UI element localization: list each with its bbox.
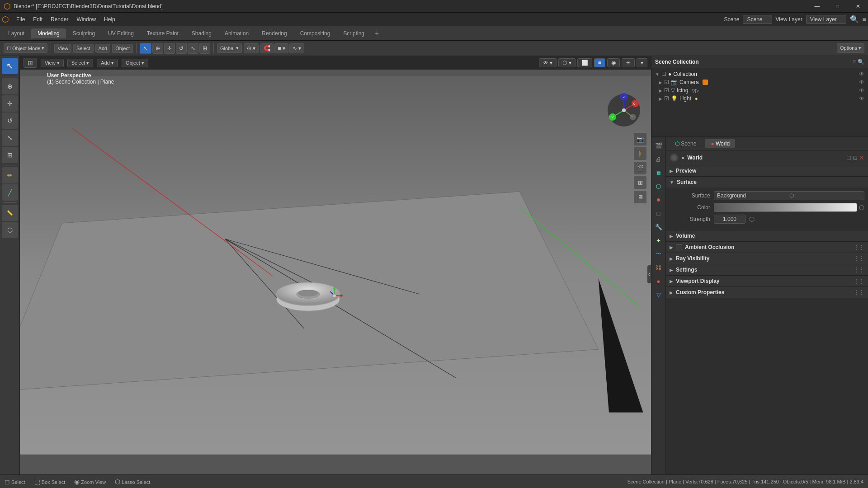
world-dot-icon[interactable]: ●: [681, 155, 684, 161]
world-tab[interactable]: ● World: [705, 139, 735, 148]
custom-properties-header[interactable]: ▶ Custom Properties ⋮⋮: [666, 287, 868, 298]
tab-scripting[interactable]: Scripting: [337, 28, 371, 38]
transform-tool-btn[interactable]: ⊞: [199, 43, 210, 54]
walk-navigation-icon[interactable]: 🚶: [634, 147, 646, 160]
world-properties-icon[interactable]: ●: [652, 193, 665, 206]
view-layer-tab[interactable]: View Layer: [776, 16, 802, 23]
tab-uv-editing[interactable]: UV Editing: [102, 28, 140, 38]
proportional-btn[interactable]: ⊙ ▾: [244, 43, 259, 53]
color-picker-bar[interactable]: [714, 203, 857, 212]
viewport-shading-options[interactable]: ▾: [637, 58, 647, 67]
data-properties-icon[interactable]: ▽: [652, 288, 665, 301]
select-mode-btn[interactable]: ↖: [2, 58, 18, 74]
surface-dropdown[interactable]: Background ⬡: [714, 191, 864, 200]
minimize-button[interactable]: —: [807, 0, 827, 13]
surface-section-header[interactable]: ▼ Surface: [666, 177, 868, 188]
tree-item-collection[interactable]: ▼ ☐ ● Collection 👁: [651, 70, 868, 78]
tab-layout[interactable]: Layout: [2, 28, 31, 38]
menu-edit[interactable]: Edit: [29, 15, 46, 23]
world-unlink-icon[interactable]: ✕: [859, 154, 864, 162]
tab-texture-paint[interactable]: Texture Paint: [141, 28, 185, 38]
snap-btn[interactable]: 🧲: [260, 43, 274, 53]
add-menu[interactable]: Add: [95, 44, 111, 53]
viewport-shading-render[interactable]: ☀: [622, 58, 635, 67]
cp-options-icon[interactable]: ⋮⋮: [854, 289, 864, 296]
object-menu[interactable]: Object: [112, 44, 133, 53]
mode-selector[interactable]: ◻ Object Mode ▾: [4, 43, 47, 53]
color-options-icon[interactable]: ⬡: [859, 204, 864, 211]
snap-type-btn[interactable]: ■ ▾: [274, 43, 288, 53]
light-visibility-icon[interactable]: 👁: [859, 95, 864, 102]
move-btn[interactable]: ✛: [2, 95, 18, 112]
viewport-view-menu[interactable]: View ▾: [41, 59, 64, 67]
ao-options-icon[interactable]: ⋮⋮: [854, 244, 864, 250]
scale-btn[interactable]: ⤡: [2, 130, 18, 146]
view-layer-selector[interactable]: View Layer: [806, 15, 846, 24]
viewport-shading-wire[interactable]: ⬜: [577, 58, 592, 67]
outliner-filter-icon[interactable]: ≡: [853, 59, 856, 65]
ao-checkbox[interactable]: [676, 244, 682, 250]
tree-item-icing[interactable]: ▶ ☑ ▽ Icing ▽▷ 👁: [651, 86, 868, 94]
display-icon[interactable]: 🖥: [634, 191, 646, 203]
viewport[interactable]: ⊞ View ▾ Select ▾ Add ▾ Object ▾ 👁 ▾ ⬡ ▾…: [20, 56, 651, 474]
collection-visibility-icon[interactable]: 👁: [859, 71, 864, 77]
rotate-btn[interactable]: ↺: [2, 113, 18, 129]
viewport-object-menu[interactable]: Object ▾: [122, 59, 148, 67]
volume-section-header[interactable]: ▶ Volume: [666, 230, 868, 241]
ambient-occlusion-header[interactable]: ▶ Ambient Occlusion ⋮⋮: [666, 242, 868, 253]
tab-modeling[interactable]: Modeling: [31, 28, 66, 38]
viewport-shading-material[interactable]: ◉: [607, 58, 620, 67]
menu-render[interactable]: Render: [47, 15, 72, 23]
camera-visibility-icon[interactable]: 👁: [859, 79, 864, 85]
outliner-search-icon[interactable]: 🔍: [858, 59, 864, 65]
rotate-tool-btn[interactable]: ↺: [176, 43, 187, 54]
menu-help[interactable]: Help: [100, 15, 119, 23]
settings-header[interactable]: ▶ Settings ⋮⋮: [666, 264, 868, 275]
viewport-select-menu[interactable]: Select ▾: [67, 59, 94, 67]
preview-section-header[interactable]: ▶ Preview: [666, 165, 868, 176]
annotate-btn[interactable]: ✏: [2, 167, 18, 183]
output-properties-icon[interactable]: 🖨: [652, 153, 665, 165]
tab-compositing[interactable]: Compositing: [294, 28, 337, 38]
scene-properties-icon[interactable]: ⬡: [652, 180, 665, 192]
grid-icon[interactable]: ⊞: [634, 176, 646, 189]
tab-animation[interactable]: Animation: [218, 28, 255, 38]
scene-tab[interactable]: ⬡ Scene: [670, 139, 702, 148]
transform-btn[interactable]: ⊞: [2, 147, 18, 163]
tab-rendering[interactable]: Rendering: [255, 28, 293, 38]
select-tool-btn[interactable]: ↖: [140, 43, 151, 54]
world-duplicate-icon[interactable]: ⧉: [853, 154, 857, 162]
tree-item-camera[interactable]: ▶ ☑ 📷 Camera 👁: [651, 78, 868, 86]
ray-visibility-header[interactable]: ▶ Ray Visibility ⋮⋮: [666, 253, 868, 264]
view-layer-properties-icon[interactable]: ▦: [652, 166, 665, 179]
settings-options-icon[interactable]: ⋮⋮: [854, 267, 864, 273]
viewport-gizmo-btn[interactable]: 👁 ▾: [539, 58, 557, 67]
viewport-display-header[interactable]: ▶ Viewport Display ⋮⋮: [666, 276, 868, 286]
icing-visibility-icon[interactable]: 👁: [859, 87, 864, 94]
view-menu[interactable]: View: [54, 44, 71, 53]
strength-options-icon[interactable]: ⬡: [749, 216, 755, 223]
strength-value[interactable]: 1.000: [714, 215, 745, 224]
physics-properties-icon[interactable]: 〜: [652, 248, 665, 260]
navigation-gizmo[interactable]: X Y Z: [606, 92, 642, 128]
particles-properties-icon[interactable]: ✦: [652, 234, 665, 247]
tab-shading[interactable]: Shading: [185, 28, 218, 38]
viewport-collapse-toggle[interactable]: ‹: [647, 265, 651, 283]
scene-selector[interactable]: Scene: [743, 15, 772, 24]
rv-options-icon[interactable]: ⋮⋮: [854, 255, 864, 262]
select-menu[interactable]: Select: [73, 44, 94, 53]
options-btn[interactable]: Options ▾: [837, 43, 864, 53]
scale-tool-btn[interactable]: ⤡: [188, 43, 198, 54]
world-new-icon[interactable]: □: [847, 154, 851, 162]
viewport-shading-solid[interactable]: ■: [594, 58, 605, 67]
render-properties-icon[interactable]: 🎬: [652, 139, 665, 152]
filter-icon[interactable]: ≡: [863, 16, 866, 23]
add-cube-btn[interactable]: ⬡: [2, 222, 18, 238]
constraints-properties-icon[interactable]: ⛓: [652, 261, 665, 274]
tree-item-light[interactable]: ▶ ☑ 💡 Light ● 👁: [651, 94, 868, 103]
measure-btn[interactable]: 📏: [2, 205, 18, 221]
render-region-icon[interactable]: 🎬: [634, 162, 646, 174]
viewport-menu-icon[interactable]: ⊞: [24, 58, 37, 68]
camera-view-icon[interactable]: 📷: [634, 133, 646, 145]
blender-menu-logo[interactable]: ⬡: [2, 14, 9, 24]
